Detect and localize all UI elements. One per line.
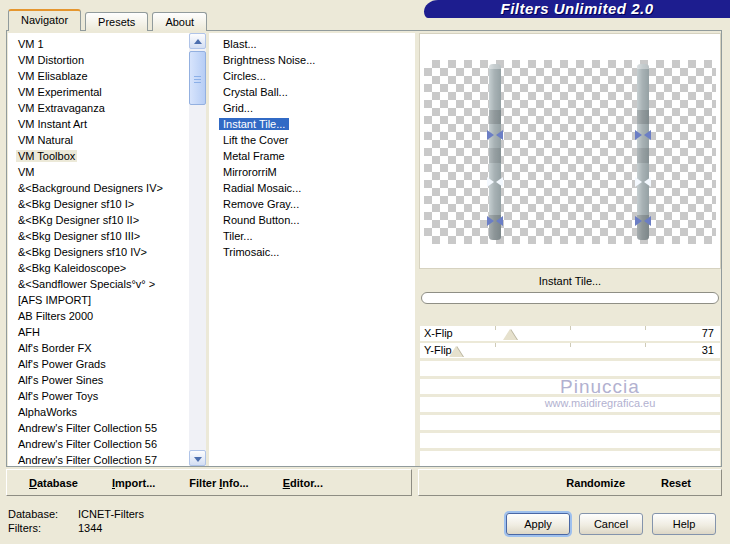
slider[interactable]: Y-Flip 31 <box>420 343 720 358</box>
list-item-label: &<BKg Designer sf10 II> <box>16 214 141 226</box>
list-item[interactable]: Remove Gray... <box>209 196 415 212</box>
list-item[interactable]: Trimosaic... <box>209 244 415 260</box>
list-item-label: Circles... <box>219 70 270 82</box>
list-item[interactable]: Brightness Noise... <box>209 52 415 68</box>
list-item-label: Alf's Power Sines <box>16 374 105 386</box>
list-item[interactable]: Alf's Power Toys <box>8 388 189 404</box>
watermark-url: www.maidiregrafica.eu <box>460 397 730 410</box>
list-item[interactable]: Crystal Ball... <box>209 84 415 100</box>
slider-label: X-Flip <box>424 326 453 341</box>
list-item-label: AFH <box>16 326 42 338</box>
list-item[interactable]: VM Extravaganza <box>8 100 189 116</box>
list-item-label: Lift the Cover <box>219 134 292 146</box>
list-item[interactable]: Circles... <box>209 68 415 84</box>
tab[interactable]: About <box>152 12 207 31</box>
slider-thumb[interactable] <box>503 329 517 340</box>
list-item[interactable]: VM Experimental <box>8 84 189 100</box>
scroll-down-button[interactable] <box>189 450 206 466</box>
list-item[interactable]: &<Bkg Kaleidoscope> <box>8 260 189 276</box>
list-item[interactable]: Lift the Cover <box>209 132 415 148</box>
toolbar-button[interactable]: Import... <box>112 477 155 489</box>
list-item[interactable]: Metal Frame <box>209 148 415 164</box>
list-item[interactable]: Radial Mosaic... <box>209 180 415 196</box>
toolbar-button[interactable]: Filter Info... <box>189 477 248 489</box>
toolbar-button[interactable]: Reset <box>661 477 691 489</box>
preview-pipe <box>489 64 501 240</box>
list-item[interactable]: &<Sandflower Specials°v° > <box>8 276 189 292</box>
list-item[interactable]: AlphaWorks <box>8 404 189 420</box>
list-item-label: AlphaWorks <box>16 406 79 418</box>
slider-label: Y-Flip <box>424 343 452 358</box>
list-item-label: [AFS IMPORT] <box>16 294 93 306</box>
list-item-label: Instant Tile... <box>219 118 289 130</box>
list-item[interactable]: Andrew's Filter Collection 56 <box>8 436 189 452</box>
list-item[interactable]: Alf's Power Sines <box>8 372 189 388</box>
scroll-up-button[interactable] <box>189 33 206 49</box>
list-item-label: Grid... <box>219 102 257 114</box>
list-item[interactable]: &<Background Designers IV> <box>8 180 189 196</box>
list-item[interactable]: Tiler... <box>209 228 415 244</box>
scrollbar-thumb[interactable] <box>189 51 206 105</box>
tab[interactable]: Navigator <box>8 9 81 31</box>
scrollbar[interactable] <box>189 33 206 466</box>
list-item[interactable]: VM Natural <box>8 132 189 148</box>
list-item[interactable]: AB Filters 2000 <box>8 308 189 324</box>
toolbar-button[interactable]: Editor... <box>283 477 323 489</box>
list-item[interactable]: [AFS IMPORT] <box>8 292 189 308</box>
list-item-label: VM Toolbox <box>16 150 77 162</box>
empty-row <box>420 415 720 430</box>
status-filters: Filters: 1344 <box>8 521 308 535</box>
title-bar: Filters Unlimited 2.0 <box>424 0 730 18</box>
scroll-down-icon <box>194 457 202 462</box>
slider-value: 31 <box>702 343 714 358</box>
list-item-label: VM 1 <box>16 38 46 50</box>
list-item[interactable]: VM Elisablaze <box>8 68 189 84</box>
list-item-label: &<Bkg Designers sf10 IV> <box>16 246 149 258</box>
list-item[interactable]: Andrew's Filter Collection 57 <box>8 452 189 468</box>
list-item[interactable]: &<Bkg Designer sf10 III> <box>8 228 189 244</box>
action-button[interactable]: Apply <box>506 513 570 535</box>
list-item-label: AB Filters 2000 <box>16 310 95 322</box>
list-item-label: Alf's Border FX <box>16 342 94 354</box>
slider-tick <box>570 343 571 347</box>
pipe-bowtie-icon <box>487 130 503 140</box>
list-item-label: VM Experimental <box>16 86 104 98</box>
toolbar-button[interactable]: Randomize <box>566 477 625 489</box>
pipe-bowtie-icon <box>635 130 651 140</box>
list-item[interactable]: VM 1 <box>8 36 189 52</box>
list-item[interactable]: &<BKg Designer sf10 II> <box>8 212 189 228</box>
list-item[interactable]: Andrew's Filter Collection 55 <box>8 420 189 436</box>
tab[interactable]: Presets <box>85 12 148 31</box>
list-item-label: &<Background Designers IV> <box>16 182 165 194</box>
toolbar-left: Database Import... Filter Info... Editor… <box>6 469 412 496</box>
list-item[interactable]: VM Toolbox <box>8 148 189 164</box>
slider-tick <box>495 343 496 347</box>
list-item[interactable]: Round Button... <box>209 212 415 228</box>
list-item-label: Blast... <box>219 38 261 50</box>
list-item[interactable]: VM Instant Art <box>8 116 189 132</box>
action-button[interactable]: Help <box>652 513 716 535</box>
list-item[interactable]: Alf's Border FX <box>8 340 189 356</box>
toolbar-button[interactable]: Database <box>29 477 78 489</box>
list-item[interactable]: MirrororriM <box>209 164 415 180</box>
category-list[interactable]: VM 1 VM Distortion VM Elisablaze VM Expe… <box>8 33 206 466</box>
slider[interactable]: X-Flip 77 <box>420 326 720 341</box>
list-item[interactable]: Blast... <box>209 36 415 52</box>
list-item[interactable]: &<Bkg Designers sf10 IV> <box>8 244 189 260</box>
list-item[interactable]: Alf's Power Grads <box>8 356 189 372</box>
list-item[interactable]: VM <box>8 164 189 180</box>
list-item[interactable]: Instant Tile... <box>209 116 415 132</box>
preview-transparency-checker[interactable] <box>424 60 716 244</box>
list-item[interactable]: VM Distortion <box>8 52 189 68</box>
slider-value: 77 <box>702 326 714 341</box>
list-item-label: &<Bkg Kaleidoscope> <box>16 262 128 274</box>
action-button[interactable]: Cancel <box>579 513 643 535</box>
slider-tick <box>570 326 571 330</box>
list-item[interactable]: Grid... <box>209 100 415 116</box>
preview-pipe <box>637 64 649 240</box>
filter-list[interactable]: Blast... Brightness Noise... Circles... … <box>209 33 415 466</box>
list-item[interactable]: &<Bkg Designer sf10 I> <box>8 196 189 212</box>
list-item[interactable]: AFH <box>8 324 189 340</box>
list-item-label: Andrew's Filter Collection 56 <box>16 438 159 450</box>
list-item-label: Trimosaic... <box>219 246 283 258</box>
